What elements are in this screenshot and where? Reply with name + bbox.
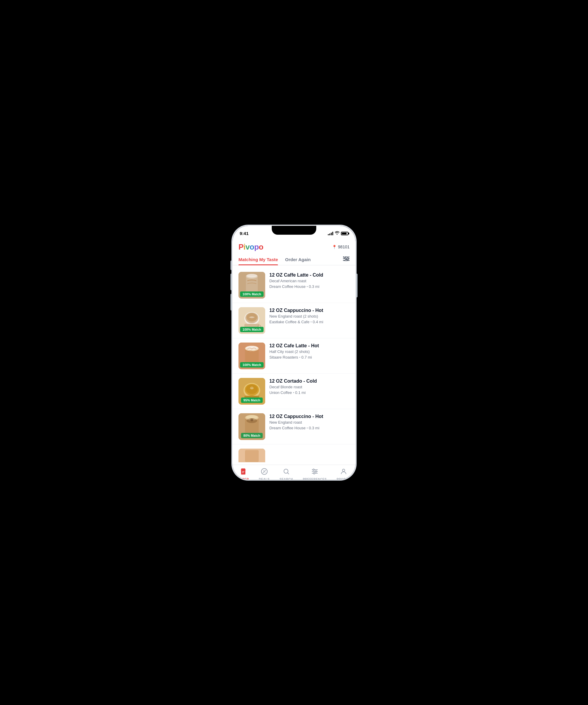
svg-point-36 <box>264 472 265 472</box>
volume-down-button <box>231 294 232 311</box>
match-badge: 100% Match <box>240 327 264 332</box>
svg-rect-7 <box>246 276 258 293</box>
mute-button <box>231 261 232 270</box>
status-time: 9:41 <box>240 231 249 236</box>
item-image-wrap: 100% Match <box>239 342 265 369</box>
nav-label-search: SEARCH <box>280 478 293 479</box>
list-item[interactable] <box>233 444 355 462</box>
item-image-wrap: 100% Match <box>239 272 265 298</box>
nav-item-preferences[interactable]: PREFERENCES <box>303 468 327 479</box>
power-button <box>356 274 357 297</box>
filter-icon[interactable] <box>343 256 349 263</box>
nav-label-profile: PROFILE <box>337 478 350 479</box>
nav-label-order: ORDER <box>238 478 249 479</box>
svg-point-9 <box>246 274 257 278</box>
nav-label-deals: DEALS <box>259 478 270 479</box>
item-image-wrap: 80% Match <box>239 413 265 440</box>
wifi-icon <box>335 231 339 236</box>
app-logo: Pivopo <box>239 242 263 252</box>
preferences-icon <box>311 468 318 477</box>
svg-point-3 <box>344 256 346 258</box>
item-desc: Decaf American roast <box>270 279 349 283</box>
svg-point-30 <box>250 418 253 421</box>
svg-point-42 <box>315 471 316 472</box>
nav-label-preferences: PREFERENCES <box>303 478 327 479</box>
svg-point-41 <box>313 469 314 470</box>
items-list: 100% Match 12 OZ Caffe Latte - Cold Deca… <box>233 265 355 465</box>
item-name: 12 OZ Cappuccino - Hot <box>270 308 349 313</box>
item-image <box>239 449 265 462</box>
item-desc: New England roast (2 shots) <box>270 314 349 319</box>
item-desc: Half City roast (2 shots) <box>270 349 349 354</box>
phone-inner: 9:41 <box>233 226 355 479</box>
item-shop: Eastlake Coffee & Cafe 0.4 mi <box>270 320 349 324</box>
match-badge: 100% Match <box>240 291 264 297</box>
tab-matching-my-taste[interactable]: Matching My Taste <box>239 254 278 265</box>
svg-rect-33 <box>241 470 245 474</box>
item-name: 12 OZ Cafe Latte - Hot <box>270 343 349 348</box>
svg-point-43 <box>313 472 315 474</box>
svg-rect-32 <box>245 450 259 462</box>
profile-icon <box>340 468 347 477</box>
item-image-wrap: 100% Match <box>239 307 265 334</box>
item-name: 12 OZ Cappuccino - Hot <box>270 414 349 419</box>
item-desc: Decaf Blonde roast <box>270 385 349 389</box>
item-info: 12 OZ Caffe Latte - Cold Decaf American … <box>270 272 349 289</box>
status-icons <box>328 231 348 236</box>
list-item[interactable]: 100% Match 12 OZ Caffe Latte - Cold Deca… <box>233 268 355 303</box>
item-info: 12 OZ Cappuccino - Hot New England roast… <box>270 413 349 430</box>
location-display[interactable]: 📍 98101 <box>332 244 349 249</box>
match-badge: 95% Match <box>241 397 263 403</box>
nav-item-deals[interactable]: DEALS <box>259 468 270 479</box>
item-desc: New England roast <box>270 420 349 425</box>
volume-up-button <box>231 274 232 290</box>
phone-frame: 9:41 <box>232 225 356 480</box>
item-info: 12 OZ Cappuccino - Hot New England roast… <box>270 307 349 324</box>
svg-point-44 <box>342 469 345 471</box>
tabs-row: Matching My Taste Order Again <box>233 254 355 265</box>
item-image-wrap <box>239 449 265 462</box>
item-name: 12 OZ Cortado - Cold <box>270 378 349 384</box>
svg-point-4 <box>347 258 349 260</box>
svg-point-35 <box>263 470 264 471</box>
notch <box>272 226 316 235</box>
list-item[interactable]: 80% Match 12 OZ Cappuccino - Hot New Eng… <box>233 409 355 444</box>
item-shop: Dream Coffee House 0.3 mi <box>270 426 349 430</box>
location-zip: 98101 <box>338 244 349 249</box>
match-badge: 80% Match <box>241 433 263 438</box>
item-info: 12 OZ Cortado - Cold Decaf Blonde roast … <box>270 378 349 395</box>
list-item[interactable]: 100% Match 12 OZ Cappuccino - Hot New En… <box>233 303 355 338</box>
phone-screen: 9:41 <box>233 226 355 479</box>
item-image-wrap: 95% Match <box>239 378 265 405</box>
nav-item-order[interactable]: ORDER <box>238 468 249 479</box>
search-icon <box>283 468 290 477</box>
location-pin-icon: 📍 <box>332 245 337 249</box>
item-info: 12 OZ Cafe Latte - Hot Half City roast (… <box>270 342 349 360</box>
item-shop: Sitaare Roasters 0.7 mi <box>270 355 349 360</box>
signal-icon <box>328 232 333 235</box>
item-name: 12 OZ Caffe Latte - Cold <box>270 273 349 278</box>
nav-item-profile[interactable]: PROFILE <box>337 468 350 479</box>
svg-point-5 <box>345 260 347 261</box>
bottom-nav: ORDER DEALS <box>233 465 355 479</box>
nav-item-search[interactable]: SEARCH <box>280 468 293 479</box>
tab-order-again[interactable]: Order Again <box>285 254 311 265</box>
order-icon <box>240 468 247 477</box>
item-shop: Dream Coffee House 0.3 mi <box>270 284 349 289</box>
item-shop: Union Coffee 0.1 mi <box>270 390 349 395</box>
app-content: Pivopo 📍 98101 Matching My Taste <box>233 239 355 479</box>
deals-icon <box>261 468 268 477</box>
app-header: Pivopo 📍 98101 <box>233 239 355 254</box>
list-item[interactable]: 95% Match 12 OZ Cortado - Cold Decaf Blo… <box>233 374 355 409</box>
battery-icon <box>341 232 348 235</box>
match-badge: 100% Match <box>240 362 264 368</box>
list-item[interactable]: 100% Match 12 OZ Cafe Latte - Hot Half C… <box>233 338 355 374</box>
